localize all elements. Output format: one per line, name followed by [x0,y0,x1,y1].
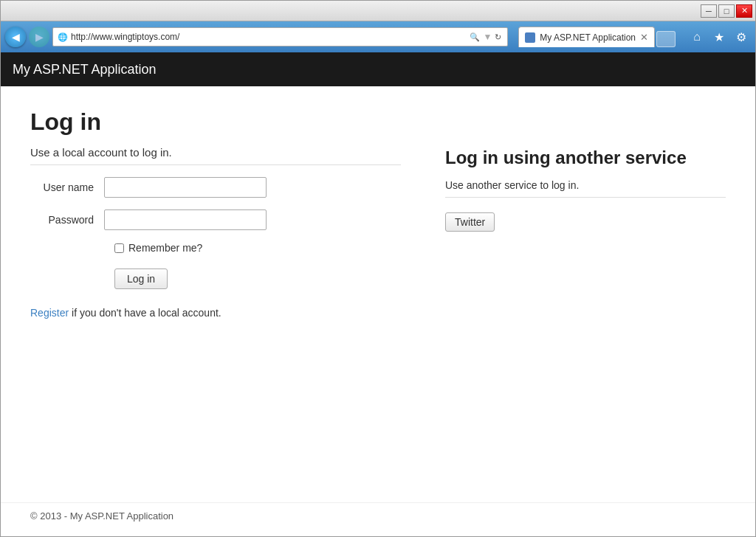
app-content: Log in Use a local account to log in. Us… [1,86,755,502]
address-bar[interactable]: 🌐 http://www.wingtiptoys.com/ 🔍 ▼ ↻ [52,27,508,46]
username-input[interactable] [104,177,267,198]
register-prompt: Register if you don't have a local accou… [30,307,401,319]
settings-button[interactable]: ⚙ [732,27,751,46]
address-bar-actions: 🔍 ▼ ↻ [468,32,503,42]
alt-service-title: Log in using another service [445,146,726,169]
forward-button[interactable]: ▶ [29,27,49,47]
search-button[interactable]: 🔍 [468,32,481,42]
new-tab-button[interactable] [656,31,676,47]
window-controls: ─ □ ✕ [701,4,752,18]
favorites-button[interactable]: ★ [709,27,729,46]
tab-label: My ASP.NET Application [540,32,636,43]
password-label: Password [30,214,104,226]
remember-me-checkbox[interactable] [114,243,124,253]
url-display: http://www.wingtiptoys.com/ [71,32,465,42]
username-label: User name [30,181,104,193]
twitter-button[interactable]: Twitter [445,212,495,232]
nav-right-buttons: ⌂ ★ ⚙ [687,27,751,46]
form-actions: Log in [114,268,401,289]
two-column-layout: Use a local account to log in. User name… [30,146,726,319]
remember-me-group: Remember me? [114,242,401,254]
active-tab[interactable]: My ASP.NET Application ✕ [518,27,655,47]
browser-content: My ASP.NET Application Log in Use a loca… [1,52,755,536]
local-section-title: Use a local account to log in. [30,146,401,165]
alt-service-subtitle: Use another service to log in. [445,179,726,198]
app-header: My ASP.NET Application [1,52,755,86]
tabs-bar: My ASP.NET Application ✕ [514,27,680,47]
remember-me-label[interactable]: Remember me? [128,242,202,254]
address-icon: 🌐 [58,32,68,42]
back-button[interactable]: ◀ [5,27,26,47]
app-footer: © 2013 - My ASP.NET Application [1,502,755,536]
password-input[interactable] [104,209,267,230]
refresh-button[interactable]: ↻ [493,32,503,42]
app-title: My ASP.NET Application [13,62,156,77]
page-title: Log in [30,108,726,136]
alt-login-section: Log in using another service Use another… [445,146,726,319]
login-button[interactable]: Log in [114,268,168,289]
register-link[interactable]: Register [30,307,69,319]
title-bar: ─ □ ✕ [1,1,755,21]
register-suffix-text: if you don't have a local account. [69,307,221,319]
password-group: Password [30,209,401,230]
tab-close-button[interactable]: ✕ [640,32,648,43]
tab-favicon [525,32,535,43]
nav-bar: ◀ ▶ 🌐 http://www.wingtiptoys.com/ 🔍 ▼ ↻ … [1,21,755,52]
footer-text: © 2013 - My ASP.NET Application [30,510,173,522]
restore-button[interactable]: □ [718,4,735,18]
home-button[interactable]: ⌂ [687,27,707,46]
minimize-button[interactable]: ─ [701,4,717,18]
username-group: User name [30,177,401,198]
close-button[interactable]: ✕ [736,4,752,18]
local-login-section: Use a local account to log in. User name… [30,146,401,319]
